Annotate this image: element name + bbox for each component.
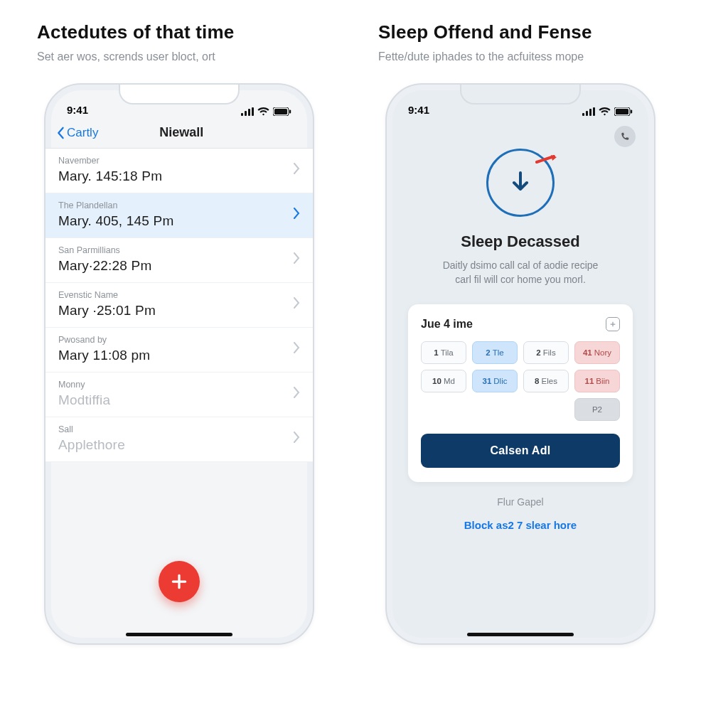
date-chip[interactable]: 41Nory <box>574 341 620 364</box>
row-caption: San Parmillians <box>58 245 151 255</box>
date-chip[interactable]: 10Md <box>421 370 466 392</box>
svg-rect-5 <box>274 109 287 114</box>
list-item[interactable]: NavemberMary. 145:18 Pm <box>46 149 313 193</box>
left-section-title: Actedutes of that time <box>37 21 234 43</box>
primary-cta-button[interactable]: Calsen Adl <box>421 434 620 468</box>
svg-rect-8 <box>586 111 588 116</box>
events-list[interactable]: NavemberMary. 145:18 Pm The PlandellanMa… <box>46 149 313 462</box>
date-chip[interactable]: 1Tila <box>421 341 466 364</box>
list-item[interactable]: San ParmilliansMary·22:28 Pm <box>46 238 313 283</box>
svg-rect-9 <box>589 109 592 116</box>
chevron-right-icon <box>293 252 300 267</box>
svg-rect-12 <box>616 109 628 114</box>
red-accent-icon <box>535 155 557 164</box>
row-title: Mary. 145:18 Pm <box>58 168 162 184</box>
home-indicator <box>467 633 574 636</box>
chevron-right-icon <box>293 432 300 446</box>
chevron-right-icon <box>293 208 300 222</box>
list-item[interactable]: Pwosand byMary 11:08 pm <box>46 328 313 373</box>
nav-bar: Cartly Niewall <box>46 117 313 149</box>
chevron-right-icon <box>293 297 300 311</box>
cellular-icon <box>241 107 254 116</box>
list-item[interactable]: MonnyModtiffia <box>46 373 313 417</box>
svg-rect-2 <box>248 109 250 116</box>
row-title: Mary ·25:01 Pm <box>58 303 156 318</box>
date-chip[interactable]: 2Tle <box>472 341 518 364</box>
list-item[interactable]: The PlandellanMary. 405, 145 Pm <box>46 193 313 238</box>
row-caption: Monny <box>58 380 110 390</box>
footer-caption: Flur Gapel <box>392 496 648 508</box>
row-title: Mary·22:28 Pm <box>58 258 151 274</box>
svg-rect-3 <box>252 107 254 116</box>
phone-left: 9:41 Cartly Niewall NavemberMary. 145:18… <box>44 83 314 645</box>
card-title: Jue 4 ime <box>421 318 473 331</box>
row-title: Modtiffia <box>58 392 110 408</box>
right-section-title: Sleep Offend and Fense <box>378 21 592 43</box>
svg-rect-13 <box>631 110 632 114</box>
chevron-right-icon <box>293 163 300 177</box>
date-chip[interactable]: P2 <box>574 398 620 421</box>
wifi-icon <box>599 107 611 116</box>
battery-icon <box>614 107 633 116</box>
list-item[interactable]: SallApplethore <box>46 417 313 462</box>
add-button[interactable] <box>159 561 200 602</box>
footer-link[interactable]: Block as2 7 slear hore <box>392 519 648 531</box>
date-grid: 1Tila 2Tle 2Fils 41Nory 10Md 31Dlic 8Ele… <box>421 341 620 421</box>
hero: Sleep Decassed Daitly dsimo call cal of … <box>392 149 648 287</box>
home-indicator <box>126 633 232 636</box>
row-title: Applethore <box>58 437 125 453</box>
download-icon <box>486 149 555 217</box>
nav-title: Niewall <box>60 125 303 140</box>
cellular-icon <box>582 107 595 116</box>
svg-rect-7 <box>582 113 584 116</box>
left-section-subtitle: Set aer wos, scrends user bloct, ort <box>37 50 215 63</box>
svg-rect-1 <box>245 111 247 116</box>
phone-notch <box>460 85 581 105</box>
row-caption: Evenstic Name <box>58 290 156 300</box>
battery-icon <box>273 107 291 116</box>
date-chip[interactable]: 31Dlic <box>472 370 518 392</box>
row-caption: Navember <box>58 156 162 166</box>
status-time: 9:41 <box>67 104 88 116</box>
calendar-icon[interactable] <box>606 317 620 331</box>
phone-action-button[interactable] <box>614 126 636 147</box>
row-caption: Pwosand by <box>58 335 150 345</box>
date-chip[interactable]: 11Biin <box>574 370 620 392</box>
phone-notch <box>119 85 240 105</box>
svg-rect-6 <box>289 110 291 114</box>
chevron-right-icon <box>293 387 300 401</box>
status-time: 9:41 <box>408 104 429 116</box>
date-chip[interactable]: 8Eles <box>523 370 569 392</box>
phone-right: 9:41 Sleep Decassed <box>385 83 655 645</box>
date-chip[interactable]: 2Fils <box>523 341 569 364</box>
hero-description: Daitly dsimo call cal of aodie recipecar… <box>419 258 623 287</box>
row-title: Mary 11:08 pm <box>58 348 150 363</box>
schedule-card: Jue 4 ime 1Tila 2Tle 2Fils 41Nory 10Md 3… <box>408 304 633 482</box>
right-section-subtitle: Fette/dute iphades to the acfuitess mope <box>378 50 584 63</box>
row-caption: Sall <box>58 424 125 434</box>
svg-rect-10 <box>593 107 595 116</box>
row-title: Mary. 405, 145 Pm <box>58 213 174 229</box>
row-caption: The Plandellan <box>58 200 174 210</box>
wifi-icon <box>257 107 269 116</box>
plus-icon <box>170 572 188 591</box>
phone-icon <box>620 132 630 141</box>
list-item[interactable]: Evenstic NameMary ·25:01 Pm <box>46 283 313 328</box>
svg-rect-0 <box>241 113 243 116</box>
chevron-right-icon <box>293 342 300 356</box>
hero-title: Sleep Decassed <box>461 232 580 251</box>
